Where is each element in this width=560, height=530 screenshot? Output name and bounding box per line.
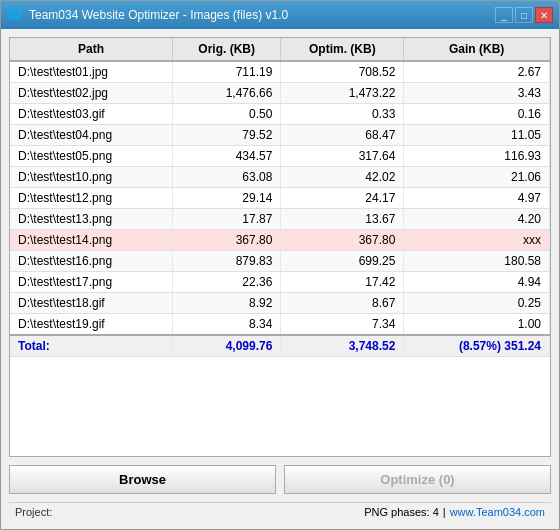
cell-gain: 2.67 xyxy=(404,61,550,83)
png-phases: PNG phases: 4 xyxy=(364,506,439,518)
col-path: Path xyxy=(10,38,173,61)
title-controls: _ □ ✕ xyxy=(495,7,553,23)
close-button[interactable]: ✕ xyxy=(535,7,553,23)
cell-orig: 879.83 xyxy=(173,251,281,272)
cell-gain: 4.94 xyxy=(404,272,550,293)
project-label: Project: xyxy=(15,506,52,518)
total-label: Total: xyxy=(10,335,173,357)
cell-gain: 0.25 xyxy=(404,293,550,314)
total-optim: 3,748.52 xyxy=(281,335,404,357)
cell-path: D:\test\test01.jpg xyxy=(10,61,173,83)
separator: | xyxy=(443,506,446,518)
table-row: D:\test\test14.png367.80367.80xxx xyxy=(10,230,550,251)
cell-optim: 0.33 xyxy=(281,104,404,125)
table-header: Path Orig. (KB) Optim. (KB) Gain (KB) xyxy=(10,38,550,61)
cell-orig: 434.57 xyxy=(173,146,281,167)
total-gain: (8.57%) 351.24 xyxy=(404,335,550,357)
cell-gain: 116.93 xyxy=(404,146,550,167)
cell-optim: 7.34 xyxy=(281,314,404,336)
cell-path: D:\test\test10.png xyxy=(10,167,173,188)
table-row: D:\test\test16.png879.83699.25180.58 xyxy=(10,251,550,272)
col-gain: Gain (KB) xyxy=(404,38,550,61)
table-row: D:\test\test13.png17.8713.674.20 xyxy=(10,209,550,230)
cell-optim: 317.64 xyxy=(281,146,404,167)
cell-path: D:\test\test17.png xyxy=(10,272,173,293)
table-row: D:\test\test01.jpg711.19708.522.67 xyxy=(10,61,550,83)
cell-optim: 13.67 xyxy=(281,209,404,230)
app-icon: 🌐 xyxy=(7,7,23,23)
table-row: D:\test\test10.png63.0842.0221.06 xyxy=(10,167,550,188)
table-row: D:\test\test04.png79.5268.4711.05 xyxy=(10,125,550,146)
cell-orig: 22.36 xyxy=(173,272,281,293)
cell-path: D:\test\test14.png xyxy=(10,230,173,251)
cell-gain: 4.97 xyxy=(404,188,550,209)
cell-path: D:\test\test12.png xyxy=(10,188,173,209)
content-area: Path Orig. (KB) Optim. (KB) Gain (KB) D:… xyxy=(1,29,559,529)
cell-optim: 8.67 xyxy=(281,293,404,314)
cell-gain: 11.05 xyxy=(404,125,550,146)
title-bar: 🌐 Team034 Website Optimizer - Images (fi… xyxy=(1,1,559,29)
cell-optim: 708.52 xyxy=(281,61,404,83)
cell-orig: 0.50 xyxy=(173,104,281,125)
total-row: Total:4,099.763,748.52(8.57%) 351.24 xyxy=(10,335,550,357)
cell-path: D:\test\test19.gif xyxy=(10,314,173,336)
status-right: PNG phases: 4 | www.Team034.com xyxy=(364,506,545,518)
file-table: Path Orig. (KB) Optim. (KB) Gain (KB) D:… xyxy=(10,38,550,357)
table-row: D:\test\test05.png434.57317.64116.93 xyxy=(10,146,550,167)
table-body: D:\test\test01.jpg711.19708.522.67D:\tes… xyxy=(10,61,550,357)
cell-optim: 699.25 xyxy=(281,251,404,272)
cell-path: D:\test\test02.jpg xyxy=(10,83,173,104)
cell-orig: 79.52 xyxy=(173,125,281,146)
header-row: Path Orig. (KB) Optim. (KB) Gain (KB) xyxy=(10,38,550,61)
main-window: 🌐 Team034 Website Optimizer - Images (fi… xyxy=(0,0,560,530)
cell-orig: 711.19 xyxy=(173,61,281,83)
minimize-button[interactable]: _ xyxy=(495,7,513,23)
cell-gain: 3.43 xyxy=(404,83,550,104)
cell-optim: 1,473.22 xyxy=(281,83,404,104)
table-row: D:\test\test03.gif0.500.330.16 xyxy=(10,104,550,125)
cell-orig: 17.87 xyxy=(173,209,281,230)
col-orig: Orig. (KB) xyxy=(173,38,281,61)
cell-gain: 21.06 xyxy=(404,167,550,188)
table-row: D:\test\test12.png29.1424.174.97 xyxy=(10,188,550,209)
cell-orig: 8.34 xyxy=(173,314,281,336)
cell-path: D:\test\test05.png xyxy=(10,146,173,167)
cell-orig: 1,476.66 xyxy=(173,83,281,104)
cell-gain: xxx xyxy=(404,230,550,251)
cell-path: D:\test\test18.gif xyxy=(10,293,173,314)
browse-button[interactable]: Browse xyxy=(9,465,276,494)
total-orig: 4,099.76 xyxy=(173,335,281,357)
title-bar-left: 🌐 Team034 Website Optimizer - Images (fi… xyxy=(7,7,288,23)
cell-path: D:\test\test04.png xyxy=(10,125,173,146)
cell-orig: 29.14 xyxy=(173,188,281,209)
cell-gain: 4.20 xyxy=(404,209,550,230)
col-optim: Optim. (KB) xyxy=(281,38,404,61)
table-row: D:\test\test02.jpg1,476.661,473.223.43 xyxy=(10,83,550,104)
cell-orig: 63.08 xyxy=(173,167,281,188)
file-table-container: Path Orig. (KB) Optim. (KB) Gain (KB) D:… xyxy=(9,37,551,457)
button-row: Browse Optimize (0) xyxy=(9,465,551,494)
table-row: D:\test\test19.gif8.347.341.00 xyxy=(10,314,550,336)
table-row: D:\test\test18.gif8.928.670.25 xyxy=(10,293,550,314)
cell-orig: 8.92 xyxy=(173,293,281,314)
cell-gain: 0.16 xyxy=(404,104,550,125)
cell-gain: 1.00 xyxy=(404,314,550,336)
cell-optim: 24.17 xyxy=(281,188,404,209)
table-row: D:\test\test17.png22.3617.424.94 xyxy=(10,272,550,293)
restore-button[interactable]: □ xyxy=(515,7,533,23)
cell-path: D:\test\test16.png xyxy=(10,251,173,272)
cell-gain: 180.58 xyxy=(404,251,550,272)
cell-optim: 17.42 xyxy=(281,272,404,293)
optimize-button[interactable]: Optimize (0) xyxy=(284,465,551,494)
cell-path: D:\test\test13.png xyxy=(10,209,173,230)
cell-optim: 42.02 xyxy=(281,167,404,188)
cell-path: D:\test\test03.gif xyxy=(10,104,173,125)
status-bar: Project: PNG phases: 4 | www.Team034.com xyxy=(9,502,551,521)
cell-orig: 367.80 xyxy=(173,230,281,251)
window-title: Team034 Website Optimizer - Images (file… xyxy=(29,8,288,22)
cell-optim: 68.47 xyxy=(281,125,404,146)
bottom-area: Browse Optimize (0) Project: PNG phases:… xyxy=(9,465,551,521)
cell-optim: 367.80 xyxy=(281,230,404,251)
project-text: Project: xyxy=(15,506,52,518)
website-link[interactable]: www.Team034.com xyxy=(450,506,545,518)
